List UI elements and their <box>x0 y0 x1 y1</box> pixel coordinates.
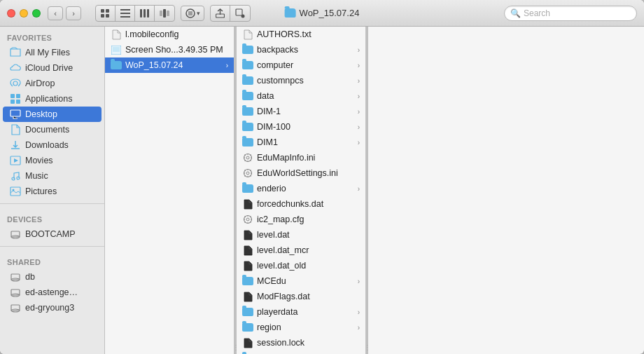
sidebar-item-ed-gryoung3[interactable]: ed-gryoung3 <box>3 300 102 315</box>
list-item[interactable]: ModFlags.dat <box>237 289 365 304</box>
file-dark-icon <box>242 260 253 271</box>
list-item[interactable]: enderio› <box>237 181 365 196</box>
sidebar-divider-1 <box>0 203 104 204</box>
icon-view-button[interactable] <box>96 6 115 21</box>
list-item[interactable]: data› <box>237 88 365 104</box>
ini-icon <box>242 214 253 225</box>
title-text: WoP_15.07.24 <box>300 8 360 18</box>
list-item[interactable]: level.dat_mcr <box>237 243 365 258</box>
svg-rect-15 <box>236 9 242 15</box>
sidebar-item-movies[interactable]: Movies <box>3 153 102 168</box>
list-item[interactable]: forcedchunks.dat <box>237 196 365 212</box>
search-placeholder: Search <box>524 8 550 18</box>
svg-rect-1 <box>106 9 109 13</box>
ed-astenge-icon <box>10 287 21 298</box>
arrange-button[interactable]: ▾ <box>181 6 204 21</box>
favorites-label: Favorites <box>0 27 104 45</box>
sidebar-item-all-my-files[interactable]: All My Files <box>3 45 102 60</box>
list-item[interactable]: stats› <box>237 350 365 354</box>
file-name: EduWorldSettings.ini <box>257 168 360 178</box>
chevron-right-icon: › <box>358 123 360 131</box>
column-view-button[interactable] <box>135 6 155 21</box>
tag-button[interactable] <box>230 6 250 21</box>
minimize-button[interactable] <box>20 9 28 18</box>
coverflow-view-button[interactable] <box>155 6 174 21</box>
svg-rect-19 <box>16 94 20 98</box>
sidebar: Favorites All My Files iCloud Drive <box>0 27 105 354</box>
share-button[interactable] <box>211 6 230 21</box>
chevron-right-icon: › <box>358 278 360 285</box>
sidebar-item-documents[interactable]: Documents <box>3 122 102 137</box>
sidebar-item-label: Documents <box>25 125 69 135</box>
search-box[interactable]: 🔍 Search <box>504 6 637 21</box>
list-item[interactable]: level.dat_old <box>237 258 365 273</box>
sidebar-item-bootcamp[interactable]: BOOTCAMP <box>3 226 102 242</box>
list-item[interactable]: customnpcs› <box>237 73 365 88</box>
forward-button[interactable]: › <box>66 6 81 20</box>
folder-icon <box>242 106 253 117</box>
svg-rect-2 <box>101 14 104 18</box>
list-item[interactable]: playerdata› <box>237 304 365 320</box>
list-item[interactable]: DIM-1› <box>237 104 365 119</box>
svg-rect-0 <box>101 9 104 13</box>
close-button[interactable] <box>7 9 15 18</box>
list-item[interactable]: AUTHORS.txt <box>237 27 365 42</box>
sidebar-item-pictures[interactable]: Pictures <box>3 184 102 199</box>
list-item[interactable]: backpacks› <box>237 42 365 57</box>
chevron-right-icon: › <box>358 308 360 316</box>
svg-point-16 <box>241 14 245 18</box>
finder-window: ‹ › ▾ <box>0 0 644 354</box>
chevron-right-icon: › <box>358 77 360 85</box>
sidebar-item-desktop[interactable]: Desktop <box>3 107 102 122</box>
file-name: MCEdu <box>257 276 354 286</box>
back-button[interactable]: ‹ <box>48 6 63 20</box>
list-item[interactable]: ic2_map.cfg <box>237 212 365 227</box>
file-icon <box>111 29 122 40</box>
sidebar-item-icloud-drive[interactable]: iCloud Drive <box>3 60 102 76</box>
list-item[interactable]: region› <box>237 320 365 335</box>
file-name: DIM1 <box>257 137 354 147</box>
ini-icon <box>242 152 253 163</box>
svg-point-44 <box>246 218 249 221</box>
sidebar-item-applications[interactable]: Applications <box>3 91 102 107</box>
list-item[interactable]: level.dat <box>237 227 365 243</box>
maximize-button[interactable] <box>32 9 41 18</box>
list-item[interactable]: l.mobileconfig <box>105 27 234 42</box>
ed-gryoung3-icon <box>10 302 21 313</box>
column-resizer-2[interactable] <box>366 27 368 354</box>
sidebar-item-label: Desktop <box>25 109 57 119</box>
folder-icon <box>242 90 253 102</box>
list-item[interactable]: WoP_15.07.24 › <box>105 57 234 73</box>
svg-rect-8 <box>144 9 146 18</box>
file-name: region <box>257 322 354 332</box>
folder-icon <box>242 60 253 71</box>
column-1: l.mobileconfig Screen Sho...3.49.35 PM W… <box>105 27 234 354</box>
sidebar-item-ed-astenge[interactable]: ed-astenge… <box>3 285 102 300</box>
file-name: playerdata <box>257 307 354 317</box>
sidebar-item-downloads[interactable]: Downloads <box>3 137 102 153</box>
sidebar-item-label: ed-gryoung3 <box>25 303 74 313</box>
file-name: computer <box>257 60 354 70</box>
column-resizer-1[interactable] <box>234 27 237 354</box>
file-name: ModFlags.dat <box>257 292 360 301</box>
svg-rect-22 <box>10 110 20 116</box>
chevron-right-icon: › <box>226 62 228 69</box>
list-item[interactable]: Screen Sho...3.49.35 PM <box>105 42 234 57</box>
file-name: level.dat_old <box>257 261 360 271</box>
list-item[interactable]: computer› <box>237 57 365 73</box>
chevron-right-icon: › <box>358 185 360 193</box>
sidebar-item-label: Applications <box>25 94 72 104</box>
list-item[interactable]: DIM-100› <box>237 119 365 135</box>
sidebar-item-db[interactable]: db <box>3 269 102 285</box>
list-item[interactable]: DIM1› <box>237 135 365 150</box>
pictures-icon <box>10 186 21 197</box>
folder-icon <box>242 137 253 148</box>
sidebar-item-airdrop[interactable]: AirDrop <box>3 76 102 91</box>
list-item[interactable]: EduMapInfo.ini <box>237 150 365 165</box>
list-view-button[interactable] <box>115 6 135 21</box>
list-item[interactable]: MCEdu› <box>237 273 365 289</box>
list-item[interactable]: session.lock <box>237 335 365 350</box>
list-item[interactable]: EduWorldSettings.ini <box>237 165 365 181</box>
sidebar-item-music[interactable]: Music <box>3 168 102 184</box>
sidebar-item-label: db <box>25 272 35 282</box>
